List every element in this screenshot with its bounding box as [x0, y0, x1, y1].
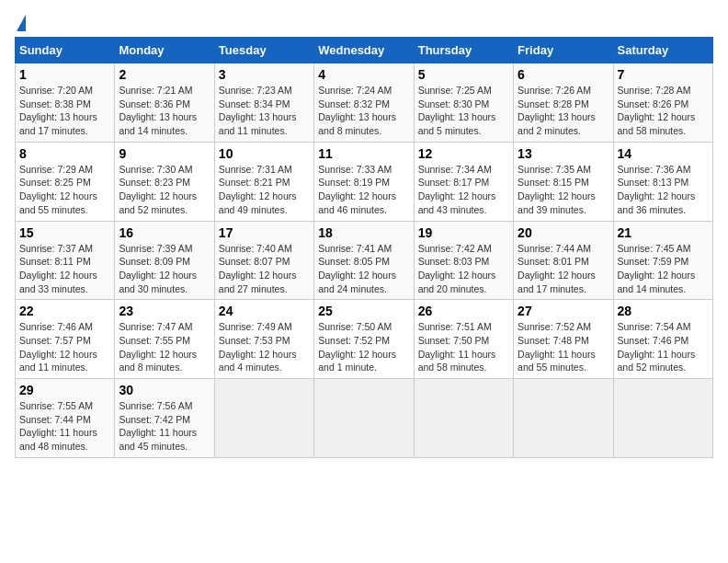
cell-details: Sunrise: 7:24 AMSunset: 8:32 PMDaylight:…: [318, 84, 409, 138]
calendar-cell: 4Sunrise: 7:24 AMSunset: 8:32 PMDaylight…: [314, 63, 414, 143]
calendar-cell: 20Sunrise: 7:44 AMSunset: 8:01 PMDayligh…: [514, 221, 613, 300]
day-number: 3: [219, 67, 310, 82]
day-number: 27: [518, 304, 609, 318]
day-number: 18: [318, 225, 409, 240]
day-number: 10: [219, 146, 310, 161]
day-number: 4: [318, 67, 409, 82]
cell-details: Sunrise: 7:34 AMSunset: 8:17 PMDaylight:…: [418, 163, 509, 217]
day-number: 26: [418, 304, 509, 318]
day-number: 2: [119, 67, 210, 82]
column-header-tuesday: Tuesday: [214, 38, 313, 63]
calendar-cell: 17Sunrise: 7:40 AMSunset: 8:07 PMDayligh…: [214, 221, 313, 300]
calendar-cell: 22Sunrise: 7:46 AMSunset: 7:57 PMDayligh…: [16, 300, 115, 379]
cell-details: Sunrise: 7:37 AMSunset: 8:11 PMDaylight:…: [19, 242, 110, 296]
calendar-cell: 16Sunrise: 7:39 AMSunset: 8:09 PMDayligh…: [115, 221, 214, 300]
calendar-cell: 7Sunrise: 7:28 AMSunset: 8:26 PMDaylight…: [613, 63, 712, 143]
column-header-thursday: Thursday: [414, 38, 513, 63]
cell-details: Sunrise: 7:30 AMSunset: 8:23 PMDaylight:…: [119, 163, 210, 217]
calendar-cell: [514, 379, 613, 458]
day-number: 5: [418, 67, 509, 82]
calendar-cell: 11Sunrise: 7:33 AMSunset: 8:19 PMDayligh…: [314, 142, 414, 221]
day-number: 15: [19, 225, 110, 240]
cell-details: Sunrise: 7:50 AMSunset: 7:52 PMDaylight:…: [318, 320, 409, 374]
day-number: 8: [19, 146, 110, 161]
cell-details: Sunrise: 7:40 AMSunset: 8:07 PMDaylight:…: [219, 242, 310, 296]
cell-details: Sunrise: 7:54 AMSunset: 7:46 PMDaylight:…: [618, 320, 709, 374]
cell-details: Sunrise: 7:26 AMSunset: 8:28 PMDaylight:…: [518, 84, 609, 138]
calendar-week-1: 1Sunrise: 7:20 AMSunset: 8:38 PMDaylight…: [16, 63, 713, 143]
day-number: 22: [19, 304, 110, 318]
calendar-cell: 19Sunrise: 7:42 AMSunset: 8:03 PMDayligh…: [414, 221, 513, 300]
cell-details: Sunrise: 7:56 AMSunset: 7:42 PMDaylight:…: [119, 399, 210, 454]
cell-details: Sunrise: 7:39 AMSunset: 8:09 PMDaylight:…: [119, 242, 210, 296]
calendar-cell: 25Sunrise: 7:50 AMSunset: 7:52 PMDayligh…: [314, 300, 414, 379]
day-number: 25: [318, 304, 409, 318]
cell-details: Sunrise: 7:31 AMSunset: 8:21 PMDaylight:…: [219, 163, 310, 217]
calendar-cell: 14Sunrise: 7:36 AMSunset: 8:13 PMDayligh…: [613, 142, 712, 221]
calendar-cell: 26Sunrise: 7:51 AMSunset: 7:50 PMDayligh…: [414, 300, 513, 379]
calendar-cell: 9Sunrise: 7:30 AMSunset: 8:23 PMDaylight…: [115, 142, 214, 221]
day-number: 20: [518, 225, 609, 240]
cell-details: Sunrise: 7:55 AMSunset: 7:44 PMDaylight:…: [19, 399, 110, 454]
calendar-cell: 12Sunrise: 7:34 AMSunset: 8:17 PMDayligh…: [414, 142, 513, 221]
day-number: 29: [19, 383, 110, 397]
column-header-saturday: Saturday: [613, 38, 712, 63]
calendar-cell: 15Sunrise: 7:37 AMSunset: 8:11 PMDayligh…: [16, 221, 115, 300]
calendar-cell: 5Sunrise: 7:25 AMSunset: 8:30 PMDaylight…: [414, 63, 513, 143]
cell-details: Sunrise: 7:46 AMSunset: 7:57 PMDaylight:…: [19, 320, 110, 374]
calendar-cell: 28Sunrise: 7:54 AMSunset: 7:46 PMDayligh…: [613, 300, 712, 379]
calendar-cell: 30Sunrise: 7:56 AMSunset: 7:42 PMDayligh…: [115, 379, 214, 458]
day-number: 11: [318, 146, 409, 161]
cell-details: Sunrise: 7:35 AMSunset: 8:15 PMDaylight:…: [518, 163, 609, 217]
calendar-cell: [414, 379, 513, 458]
calendar-week-2: 8Sunrise: 7:29 AMSunset: 8:25 PMDaylight…: [16, 142, 713, 221]
cell-details: Sunrise: 7:36 AMSunset: 8:13 PMDaylight:…: [618, 163, 709, 217]
cell-details: Sunrise: 7:51 AMSunset: 7:50 PMDaylight:…: [418, 320, 509, 374]
day-number: 7: [618, 67, 709, 82]
day-number: 19: [418, 225, 509, 240]
day-number: 9: [119, 146, 210, 161]
day-number: 24: [219, 304, 310, 318]
cell-details: Sunrise: 7:45 AMSunset: 7:59 PMDaylight:…: [618, 242, 709, 296]
calendar-cell: 27Sunrise: 7:52 AMSunset: 7:48 PMDayligh…: [514, 300, 613, 379]
calendar-cell: 1Sunrise: 7:20 AMSunset: 8:38 PMDaylight…: [16, 63, 115, 143]
day-number: 28: [618, 304, 709, 318]
day-number: 16: [119, 225, 210, 240]
logo: [15, 15, 26, 28]
day-number: 1: [19, 67, 110, 82]
day-number: 12: [418, 146, 509, 161]
page-header: [15, 15, 713, 28]
calendar-week-4: 22Sunrise: 7:46 AMSunset: 7:57 PMDayligh…: [16, 300, 713, 379]
day-number: 6: [518, 67, 609, 82]
day-number: 14: [618, 146, 709, 161]
column-header-friday: Friday: [514, 38, 613, 63]
day-number: 13: [518, 146, 609, 161]
calendar-table: SundayMondayTuesdayWednesdayThursdayFrid…: [15, 37, 713, 458]
cell-details: Sunrise: 7:20 AMSunset: 8:38 PMDaylight:…: [19, 84, 110, 138]
day-number: 17: [219, 225, 310, 240]
calendar-cell: [314, 379, 414, 458]
day-number: 23: [119, 304, 210, 318]
calendar-cell: 3Sunrise: 7:23 AMSunset: 8:34 PMDaylight…: [214, 63, 313, 143]
column-header-monday: Monday: [115, 38, 214, 63]
cell-details: Sunrise: 7:49 AMSunset: 7:53 PMDaylight:…: [219, 320, 310, 374]
calendar-cell: [214, 379, 313, 458]
calendar-week-3: 15Sunrise: 7:37 AMSunset: 8:11 PMDayligh…: [16, 221, 713, 300]
cell-details: Sunrise: 7:21 AMSunset: 8:36 PMDaylight:…: [119, 84, 210, 138]
calendar-cell: 8Sunrise: 7:29 AMSunset: 8:25 PMDaylight…: [16, 142, 115, 221]
calendar-cell: 10Sunrise: 7:31 AMSunset: 8:21 PMDayligh…: [214, 142, 313, 221]
calendar-cell: 21Sunrise: 7:45 AMSunset: 7:59 PMDayligh…: [613, 221, 712, 300]
calendar-cell: 18Sunrise: 7:41 AMSunset: 8:05 PMDayligh…: [314, 221, 414, 300]
day-number: 21: [618, 225, 709, 240]
cell-details: Sunrise: 7:52 AMSunset: 7:48 PMDaylight:…: [518, 320, 609, 374]
calendar-week-5: 29Sunrise: 7:55 AMSunset: 7:44 PMDayligh…: [16, 379, 713, 458]
cell-details: Sunrise: 7:47 AMSunset: 7:55 PMDaylight:…: [119, 320, 210, 374]
column-header-wednesday: Wednesday: [314, 38, 414, 63]
calendar-cell: 13Sunrise: 7:35 AMSunset: 8:15 PMDayligh…: [514, 142, 613, 221]
cell-details: Sunrise: 7:23 AMSunset: 8:34 PMDaylight:…: [219, 84, 310, 138]
cell-details: Sunrise: 7:28 AMSunset: 8:26 PMDaylight:…: [618, 84, 709, 138]
cell-details: Sunrise: 7:41 AMSunset: 8:05 PMDaylight:…: [318, 242, 409, 296]
day-number: 30: [119, 383, 210, 397]
column-header-sunday: Sunday: [16, 38, 115, 63]
cell-details: Sunrise: 7:42 AMSunset: 8:03 PMDaylight:…: [418, 242, 509, 296]
